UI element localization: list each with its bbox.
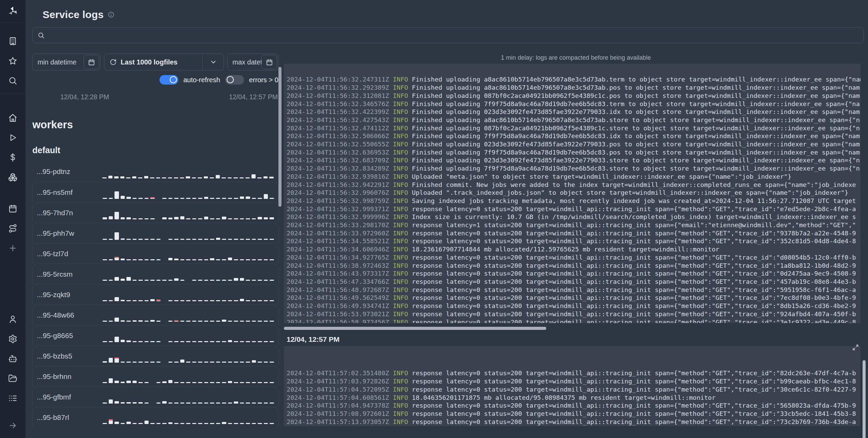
sparkline-bar <box>222 362 226 363</box>
sparkline-bar <box>258 280 262 281</box>
worker-row[interactable]: ...95-48w66 <box>32 305 278 325</box>
errors-toggle[interactable] <box>225 75 244 85</box>
sparkline-bar <box>192 403 197 404</box>
max-datetime-field[interactable]: max datetime <box>227 54 278 71</box>
sparkline-bar <box>109 358 113 363</box>
refresh-icon <box>110 59 117 65</box>
horizontal-scrollbar-thumb[interactable] <box>284 327 546 330</box>
sparkline-bar <box>234 321 238 322</box>
worker-row[interactable]: ...95-7hd7n <box>32 202 278 223</box>
sparkline-bar <box>264 259 268 260</box>
sidebar-item-home[interactable] <box>0 108 26 128</box>
search-bar[interactable] <box>32 27 864 43</box>
info-icon[interactable] <box>108 11 115 18</box>
sidebar-item-boxes[interactable] <box>0 167 26 187</box>
sparkline-bar <box>234 218 238 219</box>
sparkline-bar <box>174 198 179 199</box>
auto-refresh-toggle[interactable] <box>159 75 178 85</box>
sparkline-bar <box>216 259 220 260</box>
worker-row[interactable]: ...95-bzbs5 <box>32 346 278 366</box>
sidebar-item-dollar-sign[interactable] <box>0 147 26 167</box>
sidebar-item-calendar[interactable] <box>0 199 26 218</box>
sparkline-bar <box>174 300 179 301</box>
worker-row[interactable]: ...95-5rcsm <box>32 264 278 284</box>
sparkline-bar <box>103 239 107 240</box>
worker-row[interactable]: ...95-phh7w <box>32 223 278 243</box>
horizontal-scrollbar[interactable] <box>284 327 861 330</box>
sidebar-item-settings[interactable] <box>0 329 26 349</box>
sparkline-bar <box>150 423 155 424</box>
sidebar-item-building[interactable] <box>0 31 26 51</box>
sparkline-bar <box>138 382 143 383</box>
log-block-1[interactable]: 2024-12-04T11:56:32.247311Z INFO Finishe… <box>284 64 861 323</box>
sparkline-bar <box>192 362 197 363</box>
sparkline-bar <box>270 300 274 301</box>
search-input[interactable] <box>48 31 859 39</box>
sparkline-bar <box>144 218 149 219</box>
windmill-logo[interactable] <box>0 0 26 23</box>
sparkline-bar <box>234 423 238 424</box>
vertical-scrollbar-left[interactable] <box>278 67 281 207</box>
vertical-scrollbar-right[interactable] <box>863 360 866 438</box>
sparkline-bar <box>228 177 232 178</box>
sparkline-bar <box>133 402 137 404</box>
worker-row[interactable]: ...95-tzl7d <box>32 243 278 264</box>
max-datetime-calendar-button[interactable] <box>261 55 277 69</box>
sparkline-bar <box>115 337 119 342</box>
sidebar-item-logs-list[interactable] <box>0 388 26 408</box>
sidebar-item-plus[interactable] <box>0 238 26 258</box>
sparkline-bar <box>234 341 238 342</box>
expand-button[interactable] <box>852 344 859 352</box>
sidebar-item-search[interactable] <box>0 71 26 90</box>
worker-row[interactable]: ...95-brhnn <box>32 366 278 386</box>
sidebar-item-arrow-right[interactable] <box>0 415 26 435</box>
sparkline-bar <box>258 403 262 404</box>
sparkline-bar <box>198 259 202 260</box>
sparkline-bar <box>115 357 119 363</box>
logfiles-dropdown-toggle[interactable] <box>202 54 224 70</box>
sparkline-bar <box>252 341 256 342</box>
sparkline-bar <box>246 382 250 383</box>
sparkline-bar <box>228 218 232 219</box>
worker-row[interactable]: ...95-gfbmf <box>32 386 278 407</box>
worker-name: ...95-bzbs5 <box>33 352 103 360</box>
sidebar-item-star[interactable] <box>0 51 26 71</box>
min-datetime-field[interactable]: min datetime <box>32 54 101 71</box>
log-line: 2024-12-04T11:56:33.972960Z INFO respons… <box>287 229 861 237</box>
sparkline-bar <box>192 280 197 281</box>
sparkline-bar <box>186 198 191 199</box>
sparkline-bar <box>228 198 232 199</box>
sparkline-bar <box>228 403 232 404</box>
sparkline-bar <box>108 176 113 178</box>
worker-row[interactable]: ...95-pdtnz <box>32 161 278 182</box>
log-block-2[interactable]: 2024-12-04T11:57:02.351480Z INFO respons… <box>284 346 861 426</box>
sparkline-bar <box>192 300 197 301</box>
sidebar-item-folder-open[interactable] <box>0 368 26 388</box>
log-line: 2024-12-04T11:57:04.947378Z INFO respons… <box>287 402 861 410</box>
sidebar-item-user[interactable] <box>0 309 26 329</box>
sidebar-item-route[interactable] <box>0 218 26 238</box>
sparkline-bar <box>228 321 232 322</box>
worker-row[interactable]: ...95-ns5mf <box>32 182 278 202</box>
search-icon <box>8 76 17 85</box>
sidebar-item-play[interactable] <box>0 128 26 147</box>
sparkline-bar <box>192 423 197 424</box>
sparkline-bar <box>121 217 125 219</box>
min-datetime-calendar-button[interactable] <box>83 55 99 69</box>
sparkline-bar <box>216 280 220 281</box>
sparkline-bar <box>162 198 167 199</box>
log-line: 2024-12-04T11:56:32.427543Z INFO Finishe… <box>287 116 861 124</box>
sparkline-bar <box>258 198 262 199</box>
log-line: 2024-12-04T11:56:32.506066Z INFO Finishe… <box>287 132 861 140</box>
sparkline-bar <box>240 362 244 363</box>
worker-row[interactable]: ...95-zqkt9 <box>32 284 278 305</box>
sparkline-bar <box>222 403 226 404</box>
sparkline-bar <box>115 191 119 199</box>
sidebar-item-bot[interactable] <box>0 349 26 368</box>
worker-row[interactable]: ...95-g8665 <box>32 325 278 346</box>
logfiles-select[interactable]: Last 1000 logfiles <box>104 54 224 71</box>
search-icon <box>37 32 45 39</box>
sparkline-bar <box>180 382 185 383</box>
worker-row[interactable]: ...95-b87rl <box>32 407 278 427</box>
bot-icon <box>8 354 17 363</box>
